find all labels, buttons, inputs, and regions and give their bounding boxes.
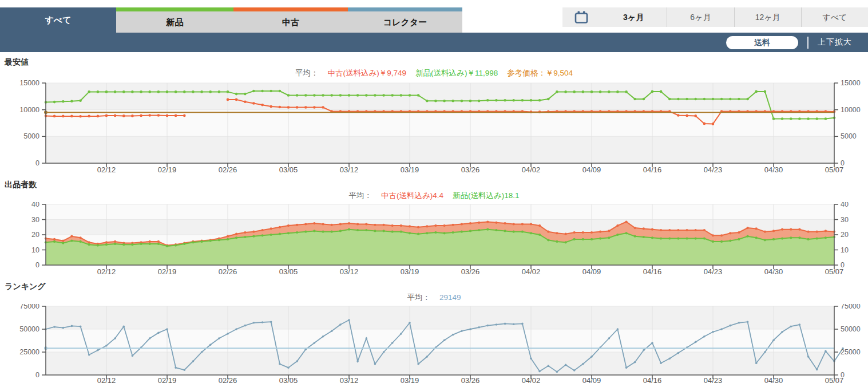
y-tick-label: 15000 [19,80,39,87]
y-tick-label: 20 [841,231,849,239]
tab-new[interactable]: 新品 [116,7,233,33]
legend-item: 平均： [407,293,430,302]
chart-title-ranking: ランキング [5,281,868,291]
ranking-section: ランキング 平均：29149 7500075000500005000025000… [0,277,868,384]
toolbar-row: 送料 上下拡大 [0,33,868,52]
x-tick-label: 04/09 [582,267,601,276]
x-tick-label: 02/19 [158,267,177,276]
x-tick-label: 04/23 [704,376,723,384]
x-tick-label: 02/26 [219,165,237,174]
x-tick-label: 03/12 [340,267,359,276]
x-tick-label: 04/23 [704,165,723,174]
x-tick-label: 05/07 [825,376,844,384]
tab-collector[interactable]: コレクター [348,7,462,33]
x-tick-label: 04/02 [522,165,541,174]
x-tick-label: 03/26 [461,376,480,384]
ranking-legend: 平均：29149 [0,293,868,303]
x-tick-label: 03/19 [401,267,419,276]
legend-item: 29149 [439,293,461,302]
legend-item: 新品(送料込み)18.1 [453,191,520,200]
y-tick-label: 10000 [841,106,861,114]
price-legend: 平均：中古(送料込み)￥9,749新品(送料込み)￥11,998参考価格：￥9,… [0,68,868,78]
x-tick-label: 04/16 [643,267,662,276]
x-tick-label: 03/19 [401,165,419,174]
plot-band [46,352,834,375]
sellers-section: 出品者数 平均：中古(送料込み)4.4新品(送料込み)18.1 40403030… [0,175,868,277]
y-tick-label: 10000 [19,106,39,114]
y-tick-label: 20 [31,231,39,239]
x-tick-label: 04/09 [582,165,601,174]
x-tick-label: 02/19 [158,376,177,384]
y-tick-label: 25000 [841,348,861,356]
chart-title-price: 最安値 [5,57,868,67]
y-tick-label: 40 [841,202,849,208]
tab-all[interactable]: すべて [0,7,116,33]
legend-item: 参考価格：￥9,504 [507,69,573,77]
x-tick-label: 05/07 [825,165,844,174]
toolbar-divider [807,37,808,49]
y-tick-label: 75000 [19,304,39,310]
chart-title-sellers: 出品者数 [5,179,868,189]
y-tick-label: 25000 [19,348,39,356]
ranking-chart[interactable]: 7500075000500005000025000250000002/1202/… [0,304,868,384]
x-tick-label: 04/23 [704,267,723,276]
plot-band [46,83,834,110]
period-all-button[interactable]: すべて [801,7,868,27]
plot-band [46,306,834,329]
y-tick-label: 10 [31,246,39,254]
x-tick-label: 02/19 [158,165,177,174]
header: 送料 上下拡大 すべて 新品 中古 コレクター 3ヶ月 6ヶ月 12ヶ月 すべて [0,0,868,52]
x-tick-label: 05/07 [825,267,844,276]
x-tick-label: 03/19 [401,376,419,384]
sellers-chart[interactable]: 40403030202010100002/1202/1902/2603/0503… [0,202,868,277]
x-tick-label: 02/12 [97,376,116,384]
x-tick-label: 03/12 [340,376,359,384]
period-6m-button[interactable]: 6ヶ月 [667,7,734,27]
legend-item: 中古(送料込み)￥9,749 [328,69,407,77]
price-chart[interactable]: 15000150001000010000500050000002/1202/19… [0,80,868,175]
y-tick-label: 5000 [23,132,39,140]
x-tick-label: 04/02 [522,376,541,384]
x-tick-label: 03/12 [340,165,359,174]
x-tick-label: 03/05 [279,267,298,276]
calendar-icon [562,7,600,27]
x-tick-label: 04/30 [764,267,783,276]
x-tick-label: 04/09 [582,376,601,384]
y-tick-label: 40 [31,202,39,208]
legend-item: 中古(送料込み)4.4 [381,191,443,200]
x-tick-label: 03/05 [279,376,298,384]
period-bar: 3ヶ月 6ヶ月 12ヶ月 すべて [562,7,868,27]
sellers-legend: 平均：中古(送料込み)4.4新品(送料込み)18.1 [0,191,868,201]
x-tick-label: 04/16 [643,165,662,174]
x-tick-label: 02/12 [97,267,116,276]
legend-item: 平均： [295,69,319,77]
x-tick-label: 04/30 [764,165,783,174]
y-tick-label: 50000 [19,325,39,333]
y-tick-label: 5000 [841,132,857,140]
tab-used[interactable]: 中古 [233,7,348,33]
legend-item: 新品(送料込み)￥11,998 [415,69,498,77]
y-tick-label: 0 [35,371,39,379]
x-tick-label: 02/12 [97,165,116,174]
vertical-expand-button[interactable]: 上下拡大 [818,37,852,48]
x-tick-label: 03/05 [279,165,298,174]
x-tick-label: 03/26 [461,267,480,276]
x-tick-label: 04/30 [764,376,783,384]
y-tick-label: 30 [31,216,39,224]
shipping-toggle-button[interactable]: 送料 [726,36,798,49]
x-tick-label: 04/02 [522,267,541,276]
x-tick-label: 04/16 [643,376,662,384]
period-12m-button[interactable]: 12ヶ月 [734,7,801,27]
y-tick-label: 0 [35,261,39,269]
legend-item: 平均： [348,191,372,200]
y-tick-label: 15000 [841,80,861,87]
x-tick-label: 02/26 [219,376,237,384]
x-tick-label: 03/26 [461,165,480,174]
period-3m-button[interactable]: 3ヶ月 [600,7,667,27]
y-tick-label: 10 [841,246,849,254]
y-tick-label: 30 [841,216,849,224]
plot-band [46,136,834,163]
y-tick-label: 75000 [841,304,861,310]
y-tick-label: 50000 [841,325,861,333]
price-section: 最安値 平均：中古(送料込み)￥9,749新品(送料込み)￥11,998参考価格… [0,52,868,175]
